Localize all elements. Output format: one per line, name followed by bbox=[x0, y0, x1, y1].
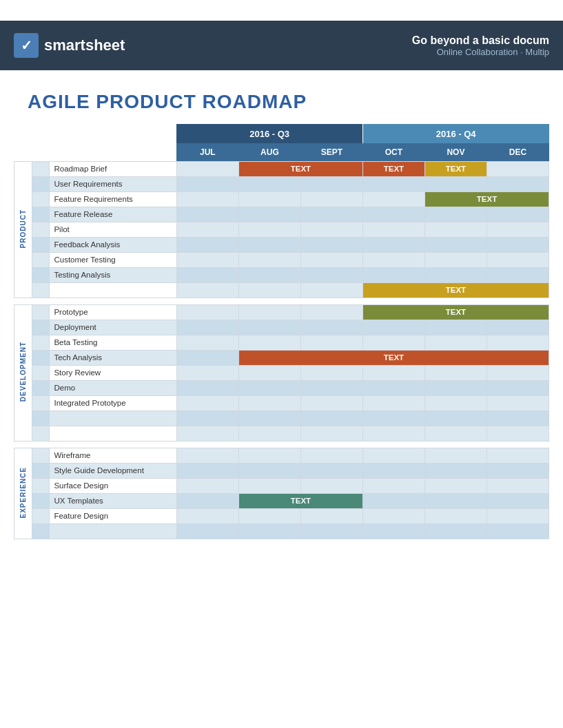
grid-cell bbox=[238, 508, 300, 523]
grid-cell bbox=[300, 282, 362, 298]
grid-cell bbox=[424, 493, 487, 508]
grid-cell bbox=[362, 176, 424, 191]
grid-cell bbox=[362, 508, 424, 523]
grid-cell bbox=[362, 523, 424, 539]
bar-gold-nov: TEXT bbox=[424, 161, 487, 176]
roadmap-table: 2016 - Q3 2016 - Q4 JUL AUG SEPT OCT NOV… bbox=[14, 124, 549, 539]
grid-cell bbox=[487, 448, 549, 463]
logo-word2: sheet bbox=[85, 37, 125, 54]
grid-cell bbox=[362, 222, 424, 237]
grid-cell bbox=[300, 380, 362, 395]
grid-cell bbox=[238, 267, 300, 282]
grid-cell bbox=[176, 478, 238, 493]
grid-cell bbox=[300, 320, 362, 335]
quarter-header-row: 2016 - Q3 2016 - Q4 bbox=[14, 124, 549, 143]
table-row: Feature Design bbox=[14, 508, 549, 523]
bar-orange: TEXT bbox=[238, 161, 362, 176]
table-row: Surface Design bbox=[14, 478, 549, 493]
section-indent bbox=[32, 191, 50, 207]
grid-cell bbox=[176, 426, 238, 441]
grid-cell bbox=[176, 395, 238, 410]
grid-cell bbox=[424, 252, 487, 267]
grid-cell bbox=[176, 304, 238, 320]
grid-cell bbox=[424, 395, 487, 410]
grid-cell bbox=[487, 320, 549, 335]
grid-cell bbox=[362, 320, 424, 335]
grid-cell bbox=[424, 523, 487, 539]
grid-cell bbox=[238, 335, 300, 350]
q3-header: 2016 - Q3 bbox=[176, 124, 362, 143]
development-label-text: DEVELOPMENT bbox=[19, 342, 27, 402]
grid-cell bbox=[487, 335, 549, 350]
row-label bbox=[50, 282, 176, 298]
month-header-row: JUL AUG SEPT OCT NOV DEC bbox=[14, 143, 549, 161]
section-indent bbox=[32, 410, 50, 426]
row-label: Deployment bbox=[50, 320, 176, 335]
grid-cell bbox=[424, 410, 487, 426]
table-row: User Requirements bbox=[14, 176, 549, 191]
grid-cell bbox=[300, 365, 362, 380]
header-tagline: Go beyond a basic docum Online Collabora… bbox=[412, 34, 549, 57]
grid-cell bbox=[300, 478, 362, 493]
row-label bbox=[50, 523, 176, 539]
grid-cell bbox=[487, 463, 549, 478]
month-oct: OCT bbox=[362, 143, 424, 161]
grid-cell bbox=[238, 252, 300, 267]
bar-gold-summary: TEXT bbox=[362, 282, 549, 298]
grid-cell bbox=[487, 395, 549, 410]
row-label: UX Templates bbox=[50, 493, 176, 508]
table-row bbox=[14, 410, 549, 426]
section-indent bbox=[32, 282, 50, 298]
grid-cell bbox=[238, 448, 300, 463]
table-row: Feedback Analysis bbox=[14, 237, 549, 252]
grid-cell bbox=[300, 463, 362, 478]
grid-cell bbox=[238, 191, 300, 207]
experience-label-text: EXPERIENCE bbox=[19, 467, 27, 518]
bar-orange-tech: TEXT bbox=[238, 350, 549, 365]
logo-area: ✓ smartsheet bbox=[14, 33, 125, 58]
grid-cell bbox=[424, 237, 487, 252]
grid-cell bbox=[487, 176, 549, 191]
grid-cell bbox=[300, 410, 362, 426]
grid-cell bbox=[176, 161, 238, 176]
grid-cell bbox=[424, 176, 487, 191]
section-indent bbox=[32, 478, 50, 493]
table-row: Beta Testing bbox=[14, 335, 549, 350]
grid-cell bbox=[300, 448, 362, 463]
grid-cell bbox=[362, 478, 424, 493]
grid-cell bbox=[487, 267, 549, 282]
grid-cell bbox=[424, 320, 487, 335]
grid-cell bbox=[487, 508, 549, 523]
row-label: Wireframe bbox=[50, 448, 176, 463]
grid-cell bbox=[362, 191, 424, 207]
grid-cell bbox=[176, 508, 238, 523]
section-indent bbox=[32, 252, 50, 267]
table-row: Style Guide Development bbox=[14, 463, 549, 478]
bar-olive-dev: TEXT bbox=[362, 304, 549, 320]
tagline-main: Go beyond a basic docum bbox=[412, 34, 549, 47]
grid-cell bbox=[362, 252, 424, 267]
row-label: Surface Design bbox=[50, 478, 176, 493]
section-indent bbox=[32, 320, 50, 335]
grid-cell bbox=[238, 426, 300, 441]
grid-cell bbox=[424, 267, 487, 282]
row-label: User Requirements bbox=[50, 176, 176, 191]
row-label: Feature Design bbox=[50, 508, 176, 523]
section-indent bbox=[32, 222, 50, 237]
grid-cell bbox=[362, 365, 424, 380]
grid-cell bbox=[300, 267, 362, 282]
grid-cell bbox=[300, 222, 362, 237]
row-label: Style Guide Development bbox=[50, 463, 176, 478]
spacer bbox=[14, 298, 549, 304]
grid-cell bbox=[424, 508, 487, 523]
section-indent bbox=[32, 304, 50, 320]
table-row: DEVELOPMENT Prototype TEXT bbox=[14, 304, 549, 320]
grid-cell bbox=[176, 365, 238, 380]
grid-cell bbox=[487, 207, 549, 222]
grid-cell bbox=[238, 320, 300, 335]
section-indent bbox=[32, 395, 50, 410]
grid-cell bbox=[176, 207, 238, 222]
table-row: PRODUCT Roadmap Brief TEXT TEXT TEXT bbox=[14, 161, 549, 176]
grid-cell bbox=[362, 267, 424, 282]
bar-olive: TEXT bbox=[424, 191, 549, 207]
